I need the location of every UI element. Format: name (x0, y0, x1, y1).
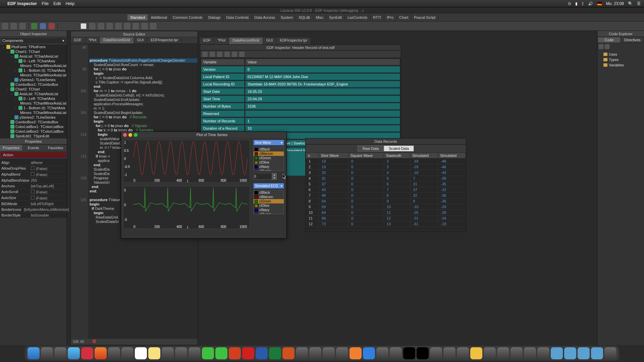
tab-raw-data[interactable]: Raw Data (358, 145, 384, 152)
tree-node[interactable]: SpinEdit1: TSpinEdit (0, 134, 67, 138)
color-option[interactable]: clPurple (254, 169, 284, 171)
terminal2-icon[interactable] (417, 347, 429, 359)
series-combo-1[interactable]: Sine Wave▾ (253, 140, 284, 145)
data-row[interactable]: 5370631-35 (306, 181, 466, 187)
src-tab[interactable]: EDF (71, 37, 85, 44)
component-icon[interactable] (107, 23, 113, 29)
spin-up-icon[interactable]: ▴▾ (272, 173, 277, 180)
tab-datarecordgrid[interactable]: DataRecordGrid (229, 38, 263, 44)
data-col[interactable]: n (306, 153, 319, 159)
header-row[interactable]: Number of Records1 (201, 118, 400, 124)
opera-icon[interactable] (81, 347, 93, 359)
spin-input[interactable] (253, 173, 272, 180)
color-option[interactable]: clOlive (254, 160, 284, 165)
palette-tab-sqldb[interactable]: SQLdb (296, 14, 313, 20)
clock[interactable]: Mo. 23:09 (606, 1, 624, 6)
tree-node[interactable]: -0 - Left: TChartAxis (0, 96, 67, 101)
messages-icon[interactable] (202, 347, 214, 359)
tree-node[interactable]: ComboBox2: TComboBox (0, 120, 67, 124)
facetime-icon[interactable] (215, 347, 227, 359)
new-icon[interactable] (202, 52, 208, 57)
data-row[interactable]: 1168012-31-24 (306, 216, 466, 221)
appstore-icon[interactable] (363, 347, 375, 359)
menu-file[interactable]: File (42, 1, 49, 6)
tree-node[interactable]: -PlotForm: TPlotForm (0, 45, 67, 49)
palette-tab-data-access[interactable]: Data Access (252, 14, 278, 20)
data-row[interactable]: 959010-10-29 (306, 204, 466, 210)
component-icon[interactable] (142, 23, 148, 29)
tree-node[interactable]: -1 - Bottom (t): TChartAxis (0, 106, 67, 110)
component-icon[interactable] (133, 23, 139, 29)
data-col[interactable]: Square Wave (348, 153, 384, 159)
open-icon[interactable] (210, 52, 215, 57)
run-button[interactable] (31, 23, 37, 29)
app-icon[interactable] (484, 347, 496, 359)
tab-gui[interactable]: GUI (263, 38, 277, 44)
palette-tab-pascal-script[interactable]: Pascal Script (411, 14, 438, 20)
pages-icon[interactable] (296, 347, 308, 359)
component-icon[interactable] (150, 23, 156, 29)
header-row[interactable]: Duration of a Record10 (201, 125, 400, 132)
explorer-node[interactable]: Types (599, 57, 643, 62)
spotlight-icon[interactable]: 🔍 (628, 1, 633, 6)
tab-events[interactable]: Events (22, 145, 44, 151)
header-row[interactable]: Start Date18.05.20 (201, 88, 400, 95)
palette-tab-data-controls[interactable]: Data Controls (223, 14, 252, 20)
header-row[interactable]: Version0 (201, 66, 400, 73)
palette-tab-misc[interactable]: Misc (313, 14, 327, 20)
keynote-icon[interactable] (323, 347, 335, 359)
color-option[interactable]: clBlack (254, 190, 284, 195)
data-row[interactable]: 32504-16-43 (306, 170, 466, 176)
app-icon[interactable] (511, 347, 523, 359)
terminal-icon[interactable] (403, 347, 415, 359)
data-row[interactable]: 1273013-51-19 (306, 221, 466, 227)
app-icon[interactable] (537, 347, 549, 359)
tree-node[interactable]: ComboBox1: TComboBox (0, 82, 67, 87)
battery-icon[interactable]: ▮ (575, 1, 578, 6)
explorer-node[interactable]: Variables (599, 62, 643, 68)
palette-tab-synedit[interactable]: SynEdit (326, 14, 345, 20)
tree-node[interactable]: Minors: TChartMinorAxisList (0, 101, 67, 106)
color-option[interactable]: clNavy (254, 208, 284, 212)
tree-node[interactable]: ySeries2: TLineSeries (0, 115, 67, 120)
src-tab[interactable]: DataRecordGrid (100, 37, 133, 44)
folder-icon[interactable] (591, 347, 603, 359)
palette-tab-system[interactable]: System (278, 14, 296, 20)
tree-node[interactable]: -0 - Left: TChartAxis (0, 59, 67, 63)
tab-favorites[interactable]: Favorites (45, 145, 67, 151)
tree-node[interactable]: Minors: TChartMinorAxisList (0, 73, 67, 77)
arrow-tool[interactable] (80, 23, 87, 29)
tree-node[interactable]: Minors: TChartMinorAxisList (0, 110, 67, 115)
palette-tab-common-controls[interactable]: Common Controls (170, 14, 206, 20)
property-row[interactable]: AlphaBlend(False) (0, 172, 67, 178)
zoom-icon[interactable] (134, 133, 138, 137)
app-icon[interactable] (524, 347, 536, 359)
property-row[interactable]: AlphaBlendValue255 (0, 178, 67, 183)
tree-node[interactable]: -AxisList: TChartAxisList (0, 54, 67, 59)
spin-edit[interactable]: ▴▾ (253, 173, 284, 180)
app-icon[interactable] (457, 347, 469, 359)
trash-icon[interactable] (604, 347, 616, 359)
finder-icon[interactable] (28, 347, 40, 359)
color-option[interactable]: clMaroon (254, 152, 284, 156)
tree-node[interactable]: ySeries1: TLineSeries (0, 77, 67, 82)
powerpoint-icon[interactable] (282, 347, 294, 359)
app-name[interactable]: EDF Inspector (7, 1, 37, 6)
menu-edit[interactable]: Edit (53, 1, 61, 6)
tab-properties[interactable]: Properties (0, 145, 22, 151)
property-row[interactable]: AlignalNone (0, 160, 67, 166)
settings-icon[interactable] (376, 347, 388, 359)
component-icon[interactable] (89, 23, 95, 29)
data-row[interactable]: 6430737-32 (306, 187, 466, 193)
save-icon[interactable] (217, 52, 222, 57)
data-row[interactable]: 21903-29-46 (306, 164, 466, 170)
color-option[interactable]: clPurple (254, 212, 284, 214)
folder-icon[interactable] (564, 347, 576, 359)
reminders-icon[interactable] (162, 347, 174, 359)
tree-node[interactable]: ColorListBox1: TColorListBox (0, 124, 67, 129)
tab-plot[interactable]: *Plot (214, 38, 229, 44)
data-col[interactable]: Sawtooth (384, 153, 410, 159)
save-button[interactable] (19, 23, 25, 29)
palette-tab-standard[interactable]: Standard (127, 14, 148, 20)
stop-button[interactable] (49, 23, 55, 29)
